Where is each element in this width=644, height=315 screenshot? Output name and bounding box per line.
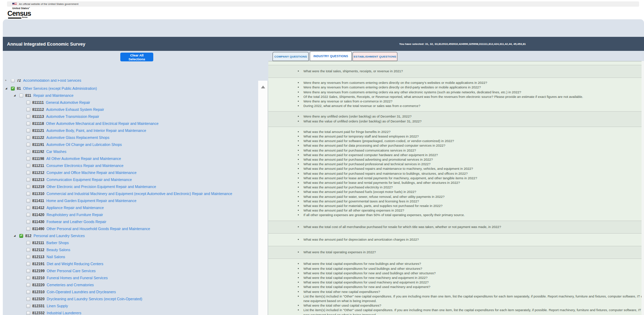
checkbox-811412[interactable] (26, 206, 30, 210)
tree-item-811213[interactable]: 811213Communication Equipment Repair and… (3, 176, 258, 183)
checkbox-811490[interactable] (26, 227, 30, 231)
checkbox-812191[interactable] (26, 262, 30, 266)
tree-item-812332[interactable]: 812332Industrial Launderers (3, 309, 258, 315)
collapse-icon[interactable]: ◢ (14, 232, 19, 239)
tab-company-questions[interactable]: COMPANY QUESTIONS (273, 52, 309, 61)
naics-link-811490[interactable]: Other Personal and Household Goods Repai… (46, 227, 150, 231)
checkbox-812210[interactable] (26, 276, 30, 280)
tree-item-811122[interactable]: 811122Automotive Glass Replacement Shops (3, 134, 258, 141)
tree-item-811310[interactable]: 811310Commercial and Industrial Machiner… (3, 190, 258, 197)
checkbox-812111[interactable] (26, 241, 30, 245)
tab-establishment-questions[interactable]: ESTABLISHMENT QUESTIONS (353, 52, 397, 61)
naics-link-811411[interactable]: Home and Garden Equipment Repair and Mai… (46, 199, 136, 203)
tab-industry-questions[interactable]: INDUSTRY QUESTIONS (310, 51, 352, 61)
tree-item-812220[interactable]: 812220Cemeteries and Crematories (3, 281, 258, 288)
checkbox-812199[interactable] (26, 269, 30, 273)
naics-link-812320[interactable]: Drycleaning and Laundry Services (except… (47, 297, 142, 301)
checkbox-811211[interactable] (26, 164, 30, 168)
checkbox-811192[interactable] (26, 150, 30, 154)
tree-item-811212[interactable]: 811212Computer and Office Machine Repair… (3, 169, 258, 176)
tree-item-811411[interactable]: 811411Home and Garden Equipment Repair a… (3, 197, 258, 204)
tree-item-812112[interactable]: 812112Beauty Salons (3, 246, 258, 253)
checkbox-81[interactable]: ✓ (11, 87, 15, 91)
checkbox-812112[interactable] (26, 248, 30, 252)
tree-item-811121[interactable]: 811121Automotive Body, Paint, and Interi… (3, 127, 258, 134)
scroll-up-arrow-icon[interactable] (261, 86, 265, 88)
checkbox-811420[interactable] (26, 213, 30, 217)
naics-link-811412[interactable]: Appliance Repair and Maintenance (46, 206, 103, 210)
checkbox-812113[interactable] (26, 255, 30, 259)
checkbox-812331[interactable] (26, 304, 30, 308)
naics-link-812[interactable]: Personal and Laundry Services (34, 234, 85, 238)
naics-link-812199[interactable]: Other Personal Care Services (47, 269, 95, 273)
checkbox-811113[interactable] (26, 115, 30, 119)
naics-link-811211[interactable]: Consumer Electronics Repair and Maintena… (46, 163, 123, 168)
tree-item-812111[interactable]: 812111Barber Shops (3, 239, 258, 246)
naics-link-812220[interactable]: Cemeteries and Crematories (47, 283, 94, 287)
naics-link-811420[interactable]: Reupholstery and Furniture Repair (46, 213, 103, 217)
naics-link-812310[interactable]: Coin-Operated Laundries and Drycleaners (47, 290, 116, 294)
checkbox-811121[interactable] (26, 129, 30, 133)
naics-link-811121[interactable]: Automotive Body, Paint, and Interior Rep… (46, 128, 146, 133)
tree-item-811219[interactable]: 811219Other Electronic and Precision Equ… (3, 183, 258, 190)
tree-item-812113[interactable]: 812113Nail Salons (3, 253, 258, 260)
checkbox-811191[interactable] (26, 143, 30, 147)
tree-item-812199[interactable]: 812199Other Personal Care Services (3, 267, 258, 274)
tree-item-811430[interactable]: 811430Footwear and Leather Goods Repair (3, 218, 258, 225)
tree-item-811111[interactable]: 811111General Automotive Repair (3, 99, 258, 106)
tree-item-811192[interactable]: 811192Car Washes (3, 148, 258, 155)
checkbox-811430[interactable] (26, 220, 30, 224)
checkbox-812320[interactable] (26, 297, 30, 301)
tree-item-812210[interactable]: 812210Funeral Homes and Funeral Services (3, 274, 258, 281)
checkbox-811212[interactable] (26, 171, 30, 175)
naics-link-812332[interactable]: Industrial Launderers (47, 311, 81, 315)
checkbox-811118[interactable] (26, 122, 30, 126)
checkbox-811411[interactable] (26, 199, 30, 203)
naics-link-811310[interactable]: Commercial and Industrial Machinery and … (46, 192, 232, 196)
naics-link-811192[interactable]: Car Washes (46, 149, 66, 154)
checkbox-811112[interactable] (26, 108, 30, 112)
tree-item-811412[interactable]: 811412Appliance Repair and Maintenance (3, 204, 258, 211)
naics-link-811112[interactable]: Automotive Exhaust System Repair (46, 107, 104, 112)
tree-item-811420[interactable]: 811420Reupholstery and Furniture Repair (3, 211, 258, 218)
naics-link-812210[interactable]: Funeral Homes and Funeral Services (47, 276, 108, 280)
naics-link-812111[interactable]: Barber Shops (46, 241, 69, 245)
naics-link-811213[interactable]: Communication Equipment Repair and Maint… (46, 177, 132, 182)
naics-link-811118[interactable]: Other Automotive Mechanical and Electric… (46, 121, 158, 126)
clear-all-selections-button[interactable]: Clear All Selections (120, 53, 153, 61)
naics-link-811219[interactable]: Other Electronic and Precision Equipment… (46, 185, 156, 189)
checkbox-811213[interactable] (26, 178, 30, 182)
tree-item-812[interactable]: ◢✓812Personal and Laundry Services (3, 232, 258, 239)
collapse-icon[interactable]: ◢ (14, 92, 19, 99)
naics-link-811191[interactable]: Automotive Oil Change and Lubrication Sh… (46, 142, 122, 147)
checkbox-812220[interactable] (26, 283, 30, 287)
checkbox-812332[interactable] (26, 311, 30, 315)
naics-link-812113[interactable]: Nail Salons (46, 255, 65, 259)
tree-item-812320[interactable]: 812320Drycleaning and Laundry Services (… (3, 295, 258, 302)
checkbox-811198[interactable] (26, 157, 30, 161)
naics-link-811198[interactable]: All Other Automotive Repair and Maintena… (46, 156, 121, 161)
naics-link-811122[interactable]: Automotive Glass Replacement Shops (46, 135, 109, 140)
tree-item-812331[interactable]: 812331Linen Supply (3, 302, 258, 309)
tree-item-811211[interactable]: 811211Consumer Electronics Repair and Ma… (3, 162, 258, 169)
tree-item-811198[interactable]: 811198All Other Automotive Repair and Ma… (3, 155, 258, 162)
naics-link-811212[interactable]: Computer and Office Machine Repair and M… (46, 170, 136, 175)
checkbox-811122[interactable] (26, 136, 30, 140)
naics-link-812331[interactable]: Linen Supply (47, 304, 68, 308)
tree-item-811191[interactable]: 811191Automotive Oil Change and Lubricat… (3, 141, 258, 148)
checkbox-812[interactable]: ✓ (19, 234, 23, 238)
tree-item-811490[interactable]: 811490Other Personal and Household Goods… (3, 225, 258, 232)
naics-link-811430[interactable]: Footwear and Leather Goods Repair (46, 220, 106, 224)
tree-item-811[interactable]: ◢811Repair and Maintenance (3, 92, 258, 99)
tree-item-811118[interactable]: 811118Other Automotive Mechanical and El… (3, 120, 258, 127)
naics-link-811[interactable]: Repair and Maintenance (33, 93, 73, 98)
tree-item-811113[interactable]: 811113Automotive Transmission Repair (3, 113, 258, 120)
tree-item-812191[interactable]: 812191Diet and Weight Reducing Centers (3, 260, 258, 267)
naics-link-81[interactable]: Other Services (except Public Administra… (23, 86, 97, 91)
checkbox-811111[interactable] (26, 101, 30, 105)
collapse-icon[interactable]: ◢ (5, 85, 11, 92)
tree-scrollbar[interactable] (258, 81, 268, 315)
checkbox-811310[interactable] (26, 192, 30, 196)
naics-link-811113[interactable]: Automotive Transmission Repair (46, 114, 99, 119)
checkbox-811[interactable] (19, 94, 23, 98)
